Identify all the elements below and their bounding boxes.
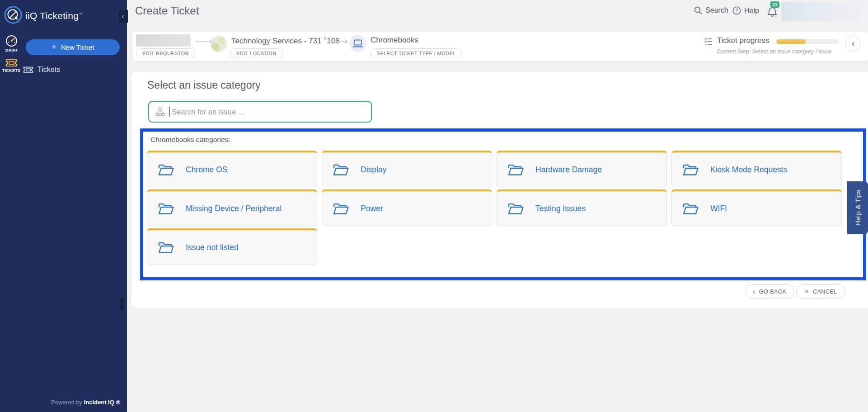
sidebar-resize-handle[interactable] (120, 298, 124, 311)
sidebar-item-dash[interactable]: DASH (0, 35, 23, 52)
ticket-progress-label: Ticket progress (717, 36, 769, 45)
category-card-label: WIFI (710, 204, 727, 213)
svg-text:?: ? (736, 8, 738, 13)
categories-grid: Chrome OS Display Hardware Damage Kiosk … (147, 151, 863, 265)
brand-title: iiQ Ticketing™ (25, 10, 83, 21)
category-card-label: Missing Device / Peripheral (186, 204, 282, 213)
folder-open-icon (333, 163, 349, 176)
step-heading: Select an issue category (147, 79, 261, 91)
brand-tm: ™ (79, 12, 82, 16)
page-title: Create Ticket (135, 5, 199, 17)
ticket-progress-fill (776, 39, 806, 44)
issue-search-input[interactable] (172, 108, 365, 116)
folder-open-icon (682, 202, 699, 215)
sidebar-item-tickets-rail[interactable]: TICKETS (0, 58, 23, 73)
close-icon: ✕ (804, 288, 809, 295)
cancel-button[interactable]: ✕ CANCEL (796, 284, 845, 298)
collapse-progress-button[interactable]: ‹ (845, 36, 861, 51)
category-card-label: Power (361, 204, 383, 213)
category-card[interactable]: Kiosk Mode Requests (671, 151, 842, 187)
location-map-avatar (211, 36, 227, 52)
category-card-label: Display (361, 165, 386, 175)
tickets-item-label: Tickets (38, 66, 60, 74)
ticket-icon (5, 58, 18, 67)
powered-by: Powered by Incident IQ ® (51, 399, 120, 406)
iiq-logo-icon[interactable] (4, 5, 23, 24)
category-card-label: Kiosk Mode Requests (710, 165, 787, 175)
main-panel: Select an issue category Chromebooks cat… (131, 72, 868, 308)
location-name: Technology Services - 731 #108 (231, 36, 340, 46)
sidebar-item-tickets[interactable]: Tickets (23, 66, 60, 74)
folder-open-icon (158, 163, 174, 176)
folder-open-icon (158, 202, 174, 215)
category-card-label: Issue not listed (186, 243, 239, 252)
category-card[interactable]: Power (322, 189, 492, 226)
user-profile-redacted[interactable] (781, 2, 867, 21)
category-card[interactable]: Missing Device / Peripheral (147, 189, 317, 226)
ticket-type-name: Chromebooks (371, 36, 418, 45)
category-card[interactable]: Chrome OS (147, 151, 317, 187)
category-tree-icon (155, 107, 165, 117)
notification-count-badge: 22 (770, 1, 779, 8)
issue-search-box (148, 101, 372, 123)
cancel-label: CANCEL (813, 289, 837, 295)
ticket-progress-bar (776, 39, 839, 44)
folder-open-icon (682, 163, 699, 176)
category-card-label: Hardware Damage (535, 165, 602, 175)
current-step-text: Current Step: Select an issue category /… (717, 48, 832, 55)
folder-open-icon (507, 163, 524, 176)
tickets-rail-label: TICKETS (0, 68, 23, 73)
category-card[interactable]: Testing Issues (497, 189, 667, 226)
folder-open-icon (158, 241, 174, 254)
help-button[interactable]: ? Help (732, 6, 759, 15)
edit-location-button[interactable]: EDIT LOCATION (230, 48, 283, 58)
chevron-left-icon: ‹ (753, 288, 755, 296)
question-circle-icon: ? (732, 6, 741, 15)
global-search-button[interactable]: Search (694, 6, 728, 14)
ticket-icon (23, 66, 33, 74)
dash-label: DASH (0, 48, 23, 52)
new-ticket-button[interactable]: + New Ticket (26, 39, 120, 55)
laptop-icon (352, 39, 363, 48)
ticket-wizard-breadcrumb: EDIT REQUESTOR Technology Services - 731… (133, 32, 868, 61)
app-window: iiQ Ticketing™ ‹ DASH + New Ticket TICKE… (0, 0, 868, 412)
checklist-icon (704, 38, 713, 45)
category-card[interactable]: Hardware Damage (497, 151, 667, 187)
breadcrumb-arrow-icon (196, 41, 210, 42)
help-label: Help (744, 7, 759, 15)
room-hash: # (324, 36, 326, 41)
new-ticket-label: New Ticket (61, 43, 94, 51)
ticket-type-avatar (349, 35, 366, 52)
sidebar-collapse-button[interactable]: ‹ (118, 10, 128, 23)
category-card[interactable]: WIFI (671, 189, 842, 226)
select-ticket-type-button[interactable]: SELECT TICKET TYPE / MODEL (371, 48, 462, 58)
search-label: Search (705, 6, 728, 14)
categories-label: Chromebooks categories: (150, 136, 863, 144)
category-card-label: Testing Issues (535, 204, 586, 213)
folder-open-icon (507, 202, 524, 215)
requestor-name-redacted (136, 34, 191, 47)
plus-icon: + (52, 42, 56, 52)
go-back-button[interactable]: ‹ GO BACK (745, 284, 794, 298)
category-card[interactable]: Issue not listed (147, 228, 317, 265)
categories-container: Chromebooks categories: Chrome OS Displa… (140, 128, 866, 280)
go-back-label: GO BACK (759, 289, 786, 295)
sidebar: iiQ Ticketing™ ‹ DASH + New Ticket TICKE… (0, 0, 127, 412)
category-card-label: Chrome OS (186, 165, 227, 175)
help-tips-tab[interactable]: Help & Tips (847, 181, 868, 234)
edit-requestor-button[interactable]: EDIT REQUESTOR (136, 48, 195, 58)
text-caret (169, 107, 170, 117)
powered-brand: Incident IQ ® (84, 399, 120, 406)
search-icon (694, 6, 702, 14)
breadcrumb-arrow-icon (331, 41, 344, 42)
category-card[interactable]: Display (322, 151, 492, 187)
dashboard-gauge-icon (5, 35, 18, 47)
folder-open-icon (333, 202, 349, 215)
